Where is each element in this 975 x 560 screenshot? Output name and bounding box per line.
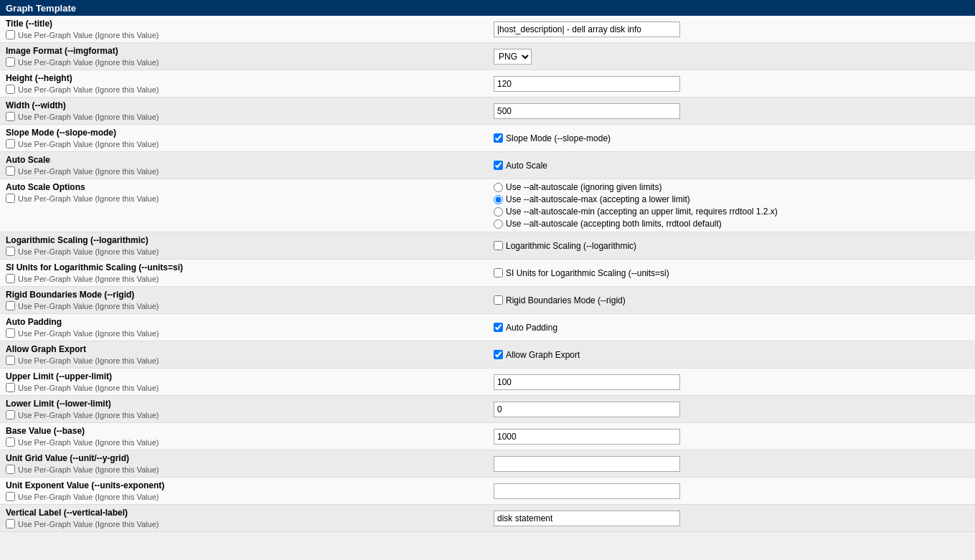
per-graph-checkbox-width[interactable] (6, 112, 15, 121)
checkbox-label-auto_padding[interactable]: Auto Padding (494, 323, 969, 333)
per-graph-checkbox-rigid[interactable] (6, 301, 15, 310)
checkbox-label-si_units[interactable]: SI Units for Logarithmic Scaling (--unit… (494, 268, 969, 278)
per-graph-checkbox-unit_exponent[interactable] (6, 492, 15, 501)
per-graph-label-si_units: Use Per-Graph Value (Ignore this Value) (18, 275, 159, 283)
radio-auto_scale_options-0[interactable] (494, 183, 503, 192)
label-cell-height: Height (--height)Use Per-Graph Value (Ig… (0, 70, 488, 98)
input-width[interactable] (494, 103, 680, 119)
per-graph-checkbox-auto_scale[interactable] (6, 166, 15, 176)
per-graph-checkbox-auto_padding[interactable] (6, 328, 15, 338)
per-graph-checkbox-base_value[interactable] (6, 437, 15, 447)
per-graph-label-slope_mode: Use Per-Graph Value (Ignore this Value) (18, 140, 159, 148)
radio-auto_scale_options-3[interactable] (494, 219, 503, 229)
radio-label-auto_scale_options-1[interactable]: Use --alt-autoscale-max (accepting a low… (494, 194, 969, 204)
per-graph-label-width: Use Per-Graph Value (Ignore this Value) (18, 113, 159, 121)
label-cell-rigid: Rigid Boundaries Mode (--rigid)Use Per-G… (0, 287, 488, 314)
per-graph-checkbox-height[interactable] (6, 85, 15, 94)
checkbox-auto_padding[interactable] (494, 323, 503, 332)
input-unit_grid_value[interactable] (494, 456, 680, 472)
per-graph-checkbox-unit_grid_value[interactable] (6, 465, 15, 474)
label-sub-width: Use Per-Graph Value (Ignore this Value) (6, 112, 482, 121)
input-height[interactable] (494, 76, 680, 92)
label-main-allow_graph_export: Allow Graph Export (6, 344, 482, 354)
label-main-lower_limit: Lower Limit (--lower-limit) (6, 399, 482, 409)
input-unit_exponent[interactable] (494, 483, 680, 499)
label-sub-unit_exponent: Use Per-Graph Value (Ignore this Value) (6, 492, 482, 501)
radio-auto_scale_options-2[interactable] (494, 207, 503, 217)
checkbox-slope_mode[interactable] (494, 133, 503, 143)
checkbox-si_units[interactable] (494, 268, 503, 277)
checkbox-text-allow_graph_export: Allow Graph Export (506, 350, 580, 360)
label-main-title: Title (--title) (6, 19, 482, 29)
input-upper_limit[interactable] (494, 374, 680, 390)
form-table: Title (--title)Use Per-Graph Value (Igno… (0, 16, 975, 532)
select-image_format[interactable]: PNGSVGEPS (494, 49, 532, 65)
checkbox-label-allow_graph_export[interactable]: Allow Graph Export (494, 350, 969, 360)
input-title[interactable] (494, 22, 680, 37)
radio-label-auto_scale_options-3[interactable]: Use --alt-autoscale (accepting both limi… (494, 219, 969, 229)
checkbox-label-slope_mode[interactable]: Slope Mode (--slope-mode) (494, 133, 969, 143)
radio-label-auto_scale_options-0[interactable]: Use --alt-autoscale (ignoring given limi… (494, 182, 969, 192)
label-cell-lower_limit: Lower Limit (--lower-limit)Use Per-Graph… (0, 396, 488, 423)
value-cell-unit_grid_value (488, 450, 975, 478)
checkbox-label-rigid[interactable]: Rigid Boundaries Mode (--rigid) (494, 295, 969, 305)
per-graph-label-auto_padding: Use Per-Graph Value (Ignore this Value) (18, 329, 159, 338)
input-lower_limit[interactable] (494, 402, 680, 417)
per-graph-label-auto_scale: Use Per-Graph Value (Ignore this Value) (18, 167, 159, 176)
per-graph-checkbox-auto_scale_options[interactable] (6, 194, 15, 203)
label-cell-width: Width (--width)Use Per-Graph Value (Igno… (0, 98, 488, 125)
checkbox-rigid[interactable] (494, 295, 503, 305)
label-cell-auto_scale_options: Auto Scale OptionsUse Per-Graph Value (I… (0, 179, 488, 232)
checkbox-label-logarithmic[interactable]: Logarithmic Scaling (--logarithmic) (494, 241, 969, 251)
radio-auto_scale_options-1[interactable] (494, 195, 503, 204)
label-cell-unit_grid_value: Unit Grid Value (--unit/--y-grid)Use Per… (0, 450, 488, 478)
label-main-logarithmic: Logarithmic Scaling (--logarithmic) (6, 235, 482, 245)
label-sub-rigid: Use Per-Graph Value (Ignore this Value) (6, 301, 482, 310)
per-graph-checkbox-image_format[interactable] (6, 57, 15, 67)
value-cell-height (488, 70, 975, 98)
per-graph-label-image_format: Use Per-Graph Value (Ignore this Value) (18, 58, 159, 67)
label-sub-lower_limit: Use Per-Graph Value (Ignore this Value) (6, 410, 482, 419)
per-graph-checkbox-allow_graph_export[interactable] (6, 356, 15, 365)
per-graph-label-vertical_label: Use Per-Graph Value (Ignore this Value) (18, 520, 159, 528)
page-title: Graph Template (6, 3, 76, 14)
checkbox-label-auto_scale[interactable]: Auto Scale (494, 161, 969, 171)
label-main-image_format: Image Format (--imgformat) (6, 46, 482, 56)
value-cell-image_format: PNGSVGEPS (488, 43, 975, 70)
label-sub-height: Use Per-Graph Value (Ignore this Value) (6, 85, 482, 94)
per-graph-checkbox-lower_limit[interactable] (6, 410, 15, 419)
checkbox-logarithmic[interactable] (494, 241, 503, 250)
label-main-auto_scale: Auto Scale (6, 155, 482, 165)
radio-label-auto_scale_options-2[interactable]: Use --alt-autoscale-min (accepting an up… (494, 207, 969, 217)
per-graph-checkbox-vertical_label[interactable] (6, 519, 15, 528)
per-graph-label-auto_scale_options: Use Per-Graph Value (Ignore this Value) (18, 194, 159, 203)
per-graph-checkbox-si_units[interactable] (6, 274, 15, 283)
per-graph-label-lower_limit: Use Per-Graph Value (Ignore this Value) (18, 411, 159, 419)
label-sub-auto_scale_options: Use Per-Graph Value (Ignore this Value) (6, 194, 482, 203)
value-cell-auto_padding: Auto Padding (488, 314, 975, 341)
label-cell-vertical_label: Vertical Label (--vertical-label)Use Per… (0, 505, 488, 532)
checkbox-allow_graph_export[interactable] (494, 350, 503, 359)
input-base_value[interactable] (494, 429, 680, 445)
label-cell-image_format: Image Format (--imgformat)Use Per-Graph … (0, 43, 488, 70)
value-cell-allow_graph_export: Allow Graph Export (488, 341, 975, 369)
checkbox-text-si_units: SI Units for Logarithmic Scaling (--unit… (506, 268, 669, 278)
value-cell-upper_limit (488, 369, 975, 396)
value-cell-auto_scale: Auto Scale (488, 152, 975, 179)
value-cell-lower_limit (488, 396, 975, 423)
per-graph-checkbox-logarithmic[interactable] (6, 247, 15, 256)
per-graph-checkbox-title[interactable] (6, 30, 15, 39)
radio-group-auto_scale_options: Use --alt-autoscale (ignoring given limi… (494, 182, 969, 229)
radio-text-auto_scale_options-1: Use --alt-autoscale-max (accepting a low… (506, 194, 690, 204)
value-cell-rigid: Rigid Boundaries Mode (--rigid) (488, 287, 975, 314)
per-graph-checkbox-upper_limit[interactable] (6, 383, 15, 392)
input-vertical_label[interactable] (494, 511, 680, 526)
checkbox-text-auto_padding: Auto Padding (506, 323, 557, 333)
title-bar: Graph Template (0, 0, 975, 16)
value-cell-si_units: SI Units for Logarithmic Scaling (--unit… (488, 260, 975, 287)
label-main-slope_mode: Slope Mode (--slope-mode) (6, 128, 482, 138)
checkbox-auto_scale[interactable] (494, 161, 503, 170)
label-main-upper_limit: Upper Limit (--upper-limit) (6, 371, 482, 381)
value-cell-base_value (488, 423, 975, 450)
per-graph-checkbox-slope_mode[interactable] (6, 139, 15, 148)
